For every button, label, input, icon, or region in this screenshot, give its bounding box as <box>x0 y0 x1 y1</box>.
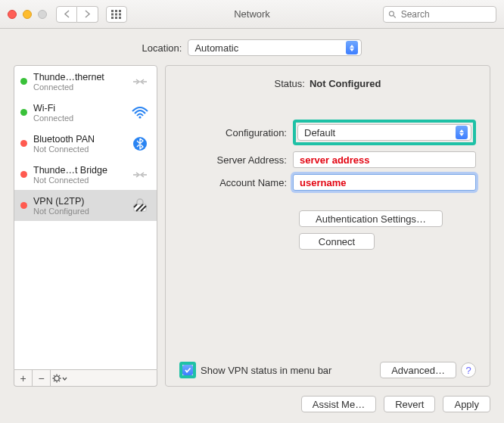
configuration-value: Default <box>304 127 335 138</box>
checkbox-highlight <box>179 362 196 378</box>
service-item-thunderbolt-bridge[interactable]: Thunde…t Bridge Not Connected <box>14 159 157 190</box>
service-status: Not Configured <box>33 207 126 216</box>
service-list: Thunde…thernet Connected Wi-Fi Connected <box>14 65 157 370</box>
svg-rect-6 <box>111 17 114 19</box>
location-row: Location: Automatic <box>14 39 490 56</box>
service-name: Bluetooth PAN <box>33 134 126 145</box>
svg-rect-2 <box>119 10 121 12</box>
nav-group <box>56 6 98 23</box>
account-name-label: Account Name: <box>179 177 293 188</box>
service-status: Connected <box>33 114 126 123</box>
service-item-thunderbolt-ethernet[interactable]: Thunde…thernet Connected <box>14 66 157 97</box>
service-name: Thunde…t Bridge <box>33 165 126 176</box>
server-address-label: Server Address: <box>179 154 293 166</box>
service-list-footer: + − <box>14 370 157 387</box>
window-body: Location: Automatic Thunde…thernet Conne… <box>0 29 504 423</box>
status-dot-connected-icon <box>20 109 27 116</box>
status-dot-connected-icon <box>20 78 27 85</box>
authentication-settings-button[interactable]: Authentication Settings… <box>299 210 443 227</box>
configuration-label: Configuration: <box>179 127 293 138</box>
status-dot-disconnected-icon <box>20 171 27 178</box>
titlebar: Network <box>0 0 504 29</box>
detail-panel: Status: Not Configured Configuration: De… <box>165 65 490 387</box>
close-window-button[interactable] <box>8 10 17 19</box>
configuration-select[interactable]: Default <box>297 124 471 141</box>
account-name-field[interactable] <box>293 174 476 191</box>
service-list-panel: Thunde…thernet Connected Wi-Fi Connected <box>14 65 157 387</box>
server-address-input[interactable] <box>298 154 471 166</box>
service-item-vpn-l2tp[interactable]: VPN (L2TP) Not Configured <box>14 190 157 221</box>
bluetooth-icon <box>129 135 151 152</box>
apply-button[interactable]: Apply <box>443 396 490 412</box>
svg-rect-3 <box>111 13 114 15</box>
svg-rect-1 <box>115 10 117 12</box>
gear-icon <box>52 374 61 383</box>
window-controls <box>8 10 47 19</box>
location-select[interactable]: Automatic <box>188 39 362 56</box>
svg-rect-4 <box>115 13 117 15</box>
svg-point-9 <box>389 11 394 16</box>
svg-point-11 <box>138 116 141 118</box>
server-address-field[interactable] <box>293 151 476 168</box>
location-label: Location: <box>142 42 182 54</box>
service-item-wifi[interactable]: Wi-Fi Connected <box>14 97 157 128</box>
service-item-bluetooth-pan[interactable]: Bluetooth PAN Not Connected <box>14 128 157 159</box>
svg-line-22 <box>59 375 60 376</box>
wifi-icon <box>129 104 151 121</box>
forward-button[interactable] <box>77 6 98 23</box>
svg-point-14 <box>54 375 59 380</box>
minimize-window-button[interactable] <box>23 10 32 19</box>
show-vpn-status-label: Show VPN status in menu bar <box>201 365 331 376</box>
zoom-window-button[interactable] <box>38 10 47 19</box>
service-name: Thunde…thernet <box>33 72 126 82</box>
connect-button[interactable]: Connect <box>299 233 375 250</box>
svg-line-21 <box>54 381 54 381</box>
status-label: Status: <box>274 78 304 89</box>
service-name: VPN (L2TP) <box>33 196 126 207</box>
service-status: Connected <box>33 82 126 92</box>
select-caret-icon <box>346 41 358 54</box>
svg-rect-8 <box>119 17 121 19</box>
status-dot-notconfigured-icon <box>20 202 27 209</box>
status-dot-disconnected-icon <box>20 140 27 147</box>
service-status: Not Connected <box>33 145 126 154</box>
remove-service-button[interactable]: − <box>33 370 51 387</box>
revert-button[interactable]: Revert <box>384 396 435 412</box>
assist-me-button[interactable]: Assist Me… <box>301 396 376 412</box>
svg-rect-5 <box>119 13 121 15</box>
search-field[interactable] <box>383 6 496 23</box>
select-caret-icon <box>456 126 468 139</box>
vpn-lock-icon <box>129 198 151 214</box>
svg-rect-0 <box>111 10 114 12</box>
svg-rect-7 <box>115 17 117 19</box>
service-name: Wi-Fi <box>33 103 126 114</box>
account-name-input[interactable] <box>298 176 471 189</box>
search-input[interactable] <box>400 8 491 20</box>
service-action-menu-button[interactable] <box>51 370 69 387</box>
ethernet-icon <box>129 166 151 183</box>
service-status: Not Connected <box>33 176 126 185</box>
advanced-button[interactable]: Advanced… <box>380 362 456 378</box>
add-service-button[interactable]: + <box>14 370 33 387</box>
show-vpn-status-checkbox[interactable] <box>182 365 193 375</box>
show-all-button[interactable] <box>106 6 127 23</box>
location-value: Automatic <box>194 42 238 54</box>
svg-line-10 <box>394 15 396 17</box>
detail-footer: Show VPN status in menu bar Advanced… ? <box>179 362 476 378</box>
search-icon <box>388 10 397 19</box>
svg-line-20 <box>59 381 60 381</box>
footer-buttons: Assist Me… Revert Apply <box>14 396 490 412</box>
back-button[interactable] <box>56 6 77 23</box>
chevron-down-icon <box>62 374 67 383</box>
check-icon <box>184 366 191 374</box>
status-row: Status: Not Configured <box>179 78 476 89</box>
status-value: Not Configured <box>310 78 381 89</box>
configuration-highlight: Default <box>293 120 476 145</box>
help-button[interactable]: ? <box>461 362 476 378</box>
ethernet-icon <box>129 73 151 90</box>
svg-line-19 <box>54 375 54 376</box>
